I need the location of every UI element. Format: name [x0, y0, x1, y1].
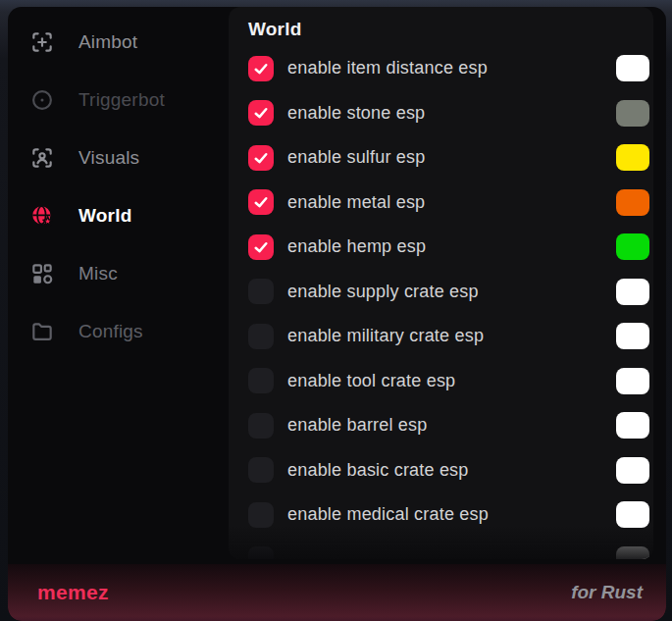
color-swatch[interactable] [616, 233, 649, 260]
sidebar-item-label: Misc [78, 263, 118, 285]
panel-title: World [248, 19, 653, 40]
sidebar-item-visuals[interactable]: Visuals [8, 129, 229, 186]
esp-checkbox[interactable] [248, 279, 274, 304]
esp-checkbox[interactable] [248, 457, 274, 483]
color-swatch[interactable] [616, 144, 649, 171]
color-swatch[interactable] [616, 323, 649, 349]
sidebar-item-world[interactable]: World [8, 186, 229, 244]
esp-row[interactable]: enable supply crate esp [248, 270, 653, 315]
esp-checkbox[interactable] [248, 368, 274, 393]
color-swatch[interactable] [616, 368, 649, 394]
color-swatch[interactable] [616, 501, 649, 528]
trigger-circle-icon [29, 87, 55, 113]
esp-checkbox[interactable] [248, 100, 274, 126]
color-swatch[interactable] [616, 189, 649, 216]
esp-checkbox[interactable] [248, 546, 274, 559]
esp-row-label: enable metal esp [287, 192, 425, 213]
esp-row-label: enable sulfur esp [287, 147, 426, 168]
sidebar-item-configs[interactable]: Configs [8, 302, 229, 360]
footer-bar: memez for Rust [8, 564, 666, 621]
esp-row-label: enable hemp esp [287, 236, 426, 257]
check-icon [252, 193, 270, 211]
esp-checkbox[interactable] [248, 234, 274, 260]
sidebar-item-label: Visuals [78, 147, 139, 169]
esp-row[interactable]: enable barrel esp [248, 403, 653, 448]
esp-checkbox[interactable] [248, 413, 274, 439]
esp-checkbox[interactable] [248, 189, 274, 215]
esp-row[interactable]: enable medical crate esp [248, 492, 653, 538]
color-swatch[interactable] [616, 55, 649, 81]
check-icon [252, 60, 270, 78]
esp-checkbox[interactable] [248, 145, 274, 171]
esp-row-label: enable barrel esp [287, 415, 428, 436]
sidebar: Aimbot Triggerbot Visu [8, 7, 229, 564]
sidebar-item-label: Triggerbot [78, 89, 165, 111]
esp-row[interactable]: enable metal esp [248, 181, 653, 226]
color-swatch[interactable] [616, 100, 649, 127]
esp-row[interactable]: enable hemp esp [248, 225, 653, 270]
esp-checkbox[interactable] [248, 324, 274, 349]
esp-row[interactable] [248, 538, 653, 560]
esp-row[interactable]: enable tool crate esp [248, 359, 653, 404]
category-grid-icon [29, 261, 55, 286]
esp-row-label: enable tool crate esp [287, 371, 455, 391]
sidebar-item-triggerbot[interactable]: Triggerbot [8, 71, 229, 129]
esp-row-label: enable supply crate esp [287, 282, 479, 302]
esp-row[interactable]: enable sulfur esp [248, 135, 653, 181]
esp-row-label: enable item distance esp [287, 58, 488, 78]
esp-row-label: enable stone esp [287, 103, 425, 124]
brand-tagline: for Rust [571, 582, 643, 603]
esp-row-label: enable medical crate esp [287, 504, 489, 525]
esp-row[interactable]: enable stone esp [248, 91, 653, 136]
color-swatch[interactable] [616, 279, 649, 305]
sidebar-item-label: Configs [78, 321, 143, 342]
screenshot-root: Aimbot Triggerbot Visu [0, 0, 672, 621]
check-icon [252, 149, 270, 167]
esp-row-label: enable basic crate esp [287, 460, 469, 481]
sidebar-item-aimbot[interactable]: Aimbot [8, 13, 229, 71]
esp-row[interactable]: enable military crate esp [248, 314, 653, 359]
sidebar-item-label: Aimbot [78, 31, 137, 53]
esp-checkbox[interactable] [248, 56, 274, 81]
esp-row-label: enable military crate esp [287, 326, 484, 346]
cheat-menu-window: Aimbot Triggerbot Visu [8, 7, 666, 621]
sidebar-item-misc[interactable]: Misc [8, 244, 229, 302]
sidebar-item-label: World [78, 205, 131, 227]
color-swatch[interactable] [616, 457, 649, 484]
crosshair-plus-icon [29, 29, 55, 55]
world-settings-panel: World enable item distance espenable sto… [229, 7, 653, 559]
color-swatch[interactable] [616, 546, 649, 559]
esp-row[interactable]: enable item distance esp [248, 46, 653, 91]
globe-star-icon [29, 203, 55, 229]
esp-checkbox[interactable] [248, 502, 274, 528]
folder-icon [29, 319, 55, 344]
check-icon [252, 104, 270, 122]
check-icon [252, 238, 270, 256]
esp-option-list: enable item distance espenable stone esp… [248, 46, 653, 559]
esp-row[interactable]: enable basic crate esp [248, 448, 653, 493]
brand-name: memez [37, 581, 109, 604]
color-swatch[interactable] [616, 412, 649, 439]
person-scan-icon [29, 145, 55, 171]
